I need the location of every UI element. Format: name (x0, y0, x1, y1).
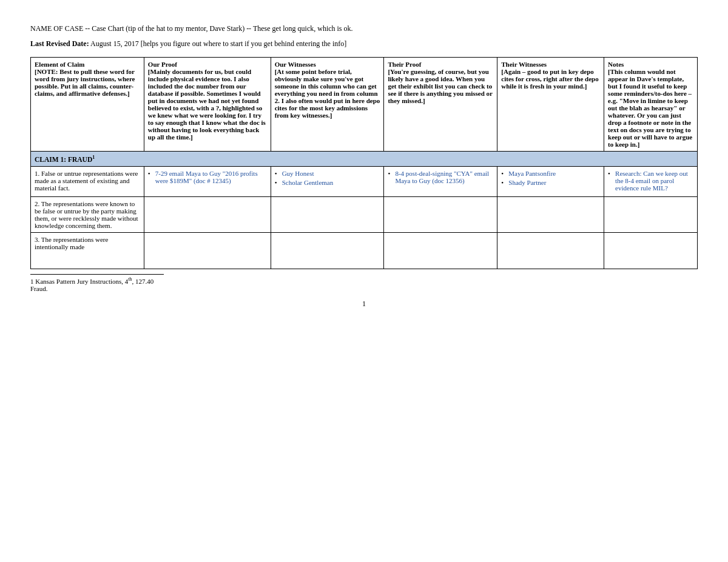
header-col2-label: Our Proof (148, 61, 177, 68)
row1-col1: 1. False or untrue representations were … (31, 166, 144, 196)
row1-col6: Research: Can we keep out the 8-4 email … (604, 166, 698, 196)
header-col2-note: [Mainly documents for us, but could incl… (148, 68, 266, 141)
row2-col5 (497, 196, 604, 232)
case-chart-table: Element of Claim [NOTE: Best to pull the… (30, 57, 698, 269)
row3-col5 (497, 232, 604, 269)
header-col4: Their Proof [You're guessing, of course,… (384, 58, 497, 152)
header-col3-note: [At some point before trial, obviously m… (275, 68, 380, 119)
header-col3-label: Our Witnesses (275, 61, 316, 68)
claim-header-cell: CLAIM 1: FRAUD1 (31, 152, 698, 167)
table-header-row: Element of Claim [NOTE: Best to pull the… (31, 58, 698, 152)
row3-col3 (271, 232, 384, 269)
row2-col3 (271, 196, 384, 232)
row1-col5: Maya Pantsonfire Shady Partner (497, 166, 604, 196)
revised-date: Last Revised Date: August 15, 2017 [help… (30, 39, 698, 49)
header-col5-note: [Again – good to put in key depo cites f… (501, 68, 598, 90)
header-col1-label: Element of Claim (35, 61, 84, 68)
row3-col1: 3. The representations were intentionall… (31, 232, 144, 269)
table-row: 2. The representations were known to be … (31, 196, 698, 232)
header-col2: Our Proof [Mainly documents for us, but … (144, 58, 271, 152)
revised-label: Last Revised Date: (30, 39, 89, 48)
row3-col2 (144, 232, 271, 269)
header-col6-label: Notes (608, 61, 624, 68)
row1-col2: 7-29 email Maya to Guy "2016 profits wer… (144, 166, 271, 196)
row1-col5-item2-link[interactable]: Shady Partner (508, 179, 546, 186)
claim-header-label: CLAIM 1: FRAUD1 (35, 156, 95, 163)
row3-col4 (384, 232, 497, 269)
footnote-text: 1 Kansas Pattern Jury Instructions, 4th,… (30, 278, 153, 292)
page-title: NAME OF CASE -- Case Chart (tip of the h… (30, 24, 698, 33)
header-col1-note: [NOTE: Best to pull these word for word … (35, 68, 135, 97)
row2-col6 (604, 196, 698, 232)
row1-col4-item1-link[interactable]: 8-4 post-deal-signing "CYA" email Maya t… (395, 170, 489, 184)
claim-header-row: CLAIM 1: FRAUD1 (31, 152, 698, 167)
row1-col3-item2-link[interactable]: Scholar Gentleman (282, 179, 334, 186)
table-row: 1. False or untrue representations were … (31, 166, 698, 196)
table-row: 3. The representations were intentionall… (31, 232, 698, 269)
header-col4-note: [You're guessing, of course, but you lik… (388, 68, 492, 104)
header-col6-note: [This column would not appear in Dave's … (608, 68, 692, 148)
row1-col2-item1-link[interactable]: 7-29 email Maya to Guy "2016 profits wer… (155, 170, 258, 184)
row1-col5-item1-link[interactable]: Maya Pantsonfire (508, 170, 556, 177)
row2-col4 (384, 196, 497, 232)
row1-col6-item1-link[interactable]: Research: Can we keep out the 8-4 email … (615, 170, 688, 192)
row1-col3: Guy Honest Scholar Gentleman (271, 166, 384, 196)
revised-value: August 15, 2017 [helps you figure out wh… (90, 39, 346, 48)
footnote-area: 1 Kansas Pattern Jury Instructions, 4th,… (30, 274, 164, 293)
header-col1: Element of Claim [NOTE: Best to pull the… (31, 58, 144, 152)
header-col6: Notes [This column would not appear in D… (604, 58, 698, 152)
page-number: 1 (30, 299, 698, 309)
row2-col1: 2. The representations were known to be … (31, 196, 144, 232)
header-col5-label: Their Witnesses (501, 61, 547, 68)
header-col4-label: Their Proof (388, 61, 421, 68)
header-col3: Our Witnesses [At some point before tria… (271, 58, 384, 152)
row1-col3-item1-link[interactable]: Guy Honest (282, 170, 314, 177)
row1-col4: 8-4 post-deal-signing "CYA" email Maya t… (384, 166, 497, 196)
row3-col6 (604, 232, 698, 269)
row2-col2 (144, 196, 271, 232)
header-col5: Their Witnesses [Again – good to put in … (497, 58, 604, 152)
